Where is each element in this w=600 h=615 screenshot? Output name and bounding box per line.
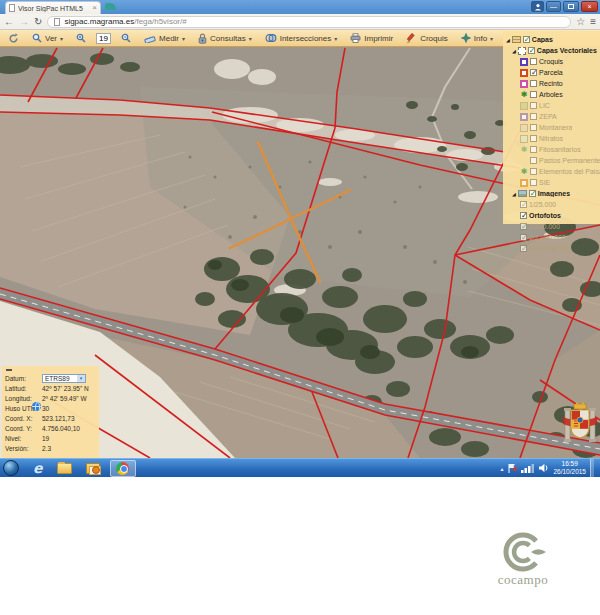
layer-label: Montanera [539, 124, 572, 131]
new-tab-button[interactable] [105, 3, 116, 10]
back-icon[interactable]: ← [4, 17, 14, 27]
screen: Visor SigPac HTML5 × — × ← → ↻ sigpac.ma… [0, 0, 600, 615]
layer-row-zepa[interactable]: ZEPA [505, 111, 600, 122]
layer-row-elementos[interactable]: ✱Elementos del Paisaje [505, 166, 600, 177]
layers-root-row[interactable]: ◢ Capas [505, 34, 600, 45]
tab-close-icon[interactable]: × [92, 4, 97, 12]
layer-checkbox[interactable] [520, 223, 527, 230]
layers-root-checkbox[interactable] [523, 36, 530, 43]
layer-checkbox[interactable] [530, 135, 537, 142]
ver-button[interactable]: Ver▾ [29, 32, 66, 44]
chevron-down-icon: ▾ [249, 35, 252, 42]
images-group-checkbox[interactable] [529, 190, 536, 197]
vector-group-checkbox[interactable] [528, 47, 535, 54]
zoom-out-button[interactable] [118, 32, 134, 44]
bookmark-star-icon[interactable]: ☆ [576, 17, 585, 27]
imprimir-button[interactable]: Imprimir [347, 32, 396, 44]
show-desktop-button[interactable] [590, 459, 594, 478]
layer-swatch [520, 124, 528, 132]
info-box-minimize-button[interactable] [6, 369, 12, 371]
layer-row-parcela[interactable]: Parcela [505, 67, 600, 78]
layer-label: Pastos Permanentes [539, 157, 600, 164]
close-button[interactable]: × [581, 1, 598, 12]
profile-icon[interactable] [531, 1, 544, 12]
layer-swatch [520, 58, 528, 66]
taskbar-clock[interactable]: 16:59 26/10/2015 [553, 460, 586, 476]
layer-row-25000[interactable]: 1/25.000 [505, 199, 600, 210]
layer-row-lic[interactable]: LIC [505, 100, 600, 111]
layer-checkbox[interactable] [530, 124, 537, 131]
layer-checkbox[interactable] [530, 91, 537, 98]
layer-label: Recinto [539, 80, 563, 87]
coordy-row: Coord. Y:4.756.040,10 [5, 423, 99, 433]
layer-row-pastos[interactable]: Pastos Permanentes [505, 155, 600, 166]
zoom-in-button[interactable] [73, 32, 89, 44]
vector-group-row[interactable]: ◢ Capas Vectoriales [505, 45, 600, 56]
browser-menu-icon[interactable]: ≡ [590, 17, 596, 27]
layer-checkbox[interactable] [520, 212, 527, 219]
expand-arrow-icon[interactable]: ◢ [506, 37, 510, 43]
minimize-button[interactable]: — [546, 1, 561, 12]
layer-checkbox[interactable] [530, 102, 537, 109]
layer-checkbox[interactable] [530, 113, 537, 120]
layer-row-200000[interactable]: 1/200.000 [505, 221, 600, 232]
layer-row-recinto[interactable]: Recinto [505, 78, 600, 89]
layer-row-fitosanitarios[interactable]: ✱Fitosanitarios [505, 144, 600, 155]
layer-checkbox[interactable] [530, 146, 537, 153]
layer-row-inicio-sigpac[interactable]: Inicio SigPac [505, 243, 600, 254]
layer-checkbox[interactable] [520, 234, 527, 241]
datum-select[interactable]: ETRS89 ▾ [42, 374, 86, 383]
datum-value: ETRS89 [45, 375, 70, 382]
start-button[interactable] [3, 460, 19, 476]
bottom-whitespace: cocampo [0, 477, 600, 615]
zoom-level-input[interactable] [96, 33, 111, 44]
layer-checkbox[interactable] [530, 168, 537, 175]
layer-row-croquis[interactable]: Croquis [505, 56, 600, 67]
expand-arrow-icon[interactable]: ◢ [512, 48, 516, 54]
intersecciones-button[interactable]: Intersecciones▾ [262, 32, 341, 44]
layer-checkbox[interactable] [530, 58, 537, 65]
chrome-taskbar-button[interactable] [110, 460, 136, 477]
expand-arrow-icon[interactable]: ◢ [512, 191, 516, 197]
layer-row-sie[interactable]: SIE [505, 177, 600, 188]
consultas-button[interactable]: Consultas▾ [195, 32, 255, 45]
layer-row-ortofotos[interactable]: Ortofotos [505, 210, 600, 221]
layer-label: 1/2.000.000 [529, 234, 566, 241]
datum-row: Datum: ETRS89 ▾ [5, 373, 99, 383]
layer-swatch [520, 135, 528, 143]
layer-label: Parcela [539, 69, 563, 76]
layer-row-2000000[interactable]: 1/2.000.000 [505, 232, 600, 243]
layer-swatch [520, 69, 528, 77]
clock-date: 26/10/2015 [553, 468, 586, 476]
internet-explorer-icon[interactable]: e [33, 460, 43, 476]
layer-checkbox[interactable] [530, 69, 537, 76]
layer-checkbox[interactable] [530, 80, 537, 87]
croquis-button[interactable]: Croquis [403, 32, 451, 45]
dropdown-arrow-icon[interactable]: ▾ [77, 375, 85, 382]
chevron-down-icon: ▾ [182, 35, 185, 42]
system-tray: ▴ 16:59 26/10/2015 [500, 459, 600, 478]
medir-button[interactable]: Medir▾ [141, 32, 188, 44]
images-group-row[interactable]: ◢ Imagenes [505, 188, 600, 199]
maximize-button[interactable] [563, 1, 579, 12]
layer-checkbox[interactable] [520, 245, 527, 252]
info-button[interactable]: Info▾ [458, 32, 496, 44]
outlook-icon[interactable] [86, 463, 100, 474]
layer-swatch [520, 113, 528, 121]
layer-row-arboles[interactable]: ✱Arboles [505, 89, 600, 100]
layer-label: Inicio SigPac [529, 245, 569, 252]
layer-label: SIE [539, 179, 550, 186]
tray-status-icons[interactable] [507, 462, 549, 474]
pan-refresh-button[interactable] [5, 32, 22, 45]
browser-tab[interactable]: Visor SigPac HTML5 × [5, 1, 101, 14]
explorer-folder-icon[interactable] [57, 463, 72, 474]
forward-icon[interactable]: → [19, 17, 29, 27]
layer-checkbox[interactable] [520, 201, 527, 208]
layer-row-nitratos[interactable]: Nitratos [505, 133, 600, 144]
layer-row-montanera[interactable]: Montanera [505, 122, 600, 133]
reload-icon[interactable]: ↻ [34, 17, 42, 27]
tray-hidden-icons-arrow[interactable]: ▴ [500, 465, 503, 472]
layer-checkbox[interactable] [530, 179, 537, 186]
url-bar[interactable]: sigpac.magrama.es/fega/h5visor/# [47, 16, 571, 28]
layer-checkbox[interactable] [530, 157, 537, 164]
